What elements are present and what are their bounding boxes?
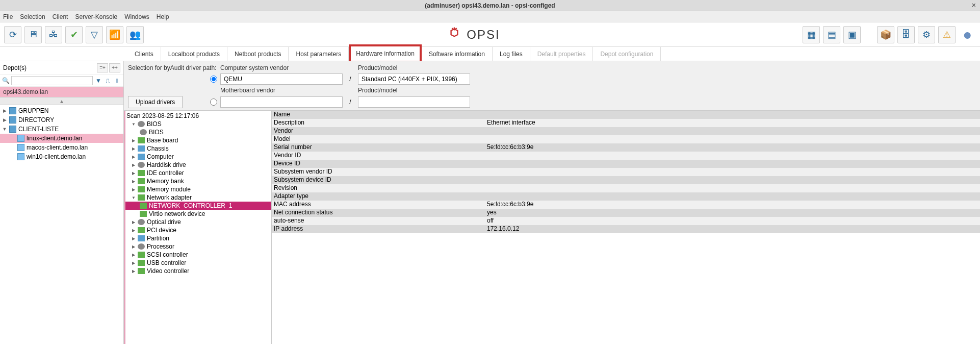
mb-model-input[interactable] <box>358 96 470 108</box>
tab-host-parameters[interactable]: Host parameters <box>289 47 349 61</box>
vendor-input[interactable] <box>220 73 343 85</box>
detail-row: auto-senseoff <box>272 217 980 225</box>
tab-log-files[interactable]: Log files <box>493 47 530 61</box>
hw-subitem[interactable]: NETWORK_CONTROLLER_1 <box>125 202 271 210</box>
hw-item[interactable]: ▶Base board <box>125 136 271 144</box>
detail-key: Revision <box>272 184 485 192</box>
menu-file[interactable]: File <box>3 13 13 20</box>
hw-item[interactable]: ▶USB controller <box>125 259 271 267</box>
tab-hardware-information[interactable]: Hardware information <box>349 44 422 63</box>
hw-item[interactable]: ▶Harddisk drive <box>125 161 271 169</box>
search-icon[interactable]: 🔍 <box>2 77 9 84</box>
close-icon[interactable]: × <box>972 1 976 9</box>
depot-item[interactable]: opsi43.demo.lan <box>0 87 123 97</box>
stack-button[interactable]: 🗄 <box>897 26 915 43</box>
menu-client[interactable]: Client <box>53 13 68 20</box>
hw-item[interactable]: ▶Optical drive <box>125 218 271 226</box>
mb-vendor-input[interactable] <box>220 96 343 108</box>
expand-icon[interactable]: ▶ <box>132 253 136 257</box>
tree-gruppen[interactable]: ▶ GRUPPEN <box>0 106 123 115</box>
expand-icon[interactable]: ▶ <box>132 163 136 167</box>
collapse-icon[interactable]: ▼ <box>132 195 136 200</box>
package-button[interactable]: 📦 <box>877 26 894 43</box>
hardware-body: Scan 2023-08-25 12:17:06▼BIOSBIOS▶Base b… <box>124 110 980 344</box>
slash-separator: / <box>346 99 355 106</box>
hw-item[interactable]: ▶IDE controller <box>125 169 271 177</box>
hw-item[interactable]: ▶Chassis <box>125 144 271 153</box>
hw-item[interactable]: ▼BIOS <box>125 120 271 128</box>
tree-separator[interactable]: ▴ <box>0 97 123 105</box>
detail-row: Net connection statusyes <box>272 209 980 217</box>
expand-icon[interactable]: ▶ <box>132 261 136 265</box>
expand-icon[interactable]: ▶ <box>132 187 136 192</box>
hw-item[interactable]: ▼Network adapter <box>125 193 271 202</box>
expand-icon[interactable]: ▶ <box>132 228 136 233</box>
detail-row: Subsystem device ID <box>272 176 980 184</box>
motherboard-radio[interactable] <box>210 99 217 106</box>
expand-icon[interactable]: ▶ <box>132 146 136 151</box>
grid-view-button[interactable]: ▦ <box>803 26 820 43</box>
tab-software-information[interactable]: Software information <box>422 47 493 61</box>
expand-icon[interactable]: ▶ <box>132 138 136 143</box>
package-icon: 📦 <box>880 29 891 40</box>
expand-icon[interactable]: ▶ <box>132 155 136 159</box>
gear-button[interactable]: ⚙ <box>918 26 935 43</box>
expand-icon[interactable]: ▶ <box>2 108 7 113</box>
funnel-icon[interactable]: ▼ <box>95 77 102 84</box>
hw-item[interactable]: ▶Memory bank <box>125 177 271 185</box>
collapse-icon[interactable]: ▼ <box>132 122 136 127</box>
warning-button[interactable]: ⚠ <box>938 26 956 43</box>
new-client-button[interactable]: 🖥 <box>24 26 42 43</box>
expand-icon[interactable]: ▶ <box>132 269 136 274</box>
expand-icon[interactable]: ▶ <box>132 236 136 241</box>
hw-item[interactable]: ▶Video controller <box>125 267 271 275</box>
client-item-linux[interactable]: linux-client.demo.lan <box>0 134 123 143</box>
expand-icon[interactable]: ▶ <box>2 117 7 122</box>
hw-item-label: Base board <box>147 137 178 144</box>
hw-item[interactable]: ▶Partition <box>125 234 271 242</box>
hw-subitem[interactable]: BIOS <box>125 128 271 136</box>
expand-icon[interactable]: ▶ <box>132 171 136 176</box>
users-button[interactable]: 👥 <box>126 26 144 43</box>
hw-item[interactable]: ▶PCI device <box>125 226 271 234</box>
upload-drivers-button[interactable]: Upload drivers <box>128 96 183 108</box>
hw-item[interactable]: ▶Computer <box>125 153 271 161</box>
model-input[interactable] <box>358 73 470 85</box>
menu-windows[interactable]: Windows <box>124 13 149 20</box>
client-item-win10[interactable]: win10-client.demo.lan <box>0 152 123 161</box>
detail-value <box>485 152 980 160</box>
tab-netboot[interactable]: Netboot products <box>227 47 289 61</box>
refresh-button[interactable]: ⟳ <box>4 26 21 43</box>
tab-clients[interactable]: Clients <box>127 47 161 61</box>
tree-directory[interactable]: ▶ DIRECTORY <box>0 115 123 125</box>
hw-item[interactable]: ▶Memory module <box>125 185 271 193</box>
chip-view-button[interactable]: ▣ <box>843 26 861 43</box>
filter-button[interactable]: ▽ <box>86 26 103 43</box>
hw-subitem[interactable]: Virtio network device <box>125 210 271 218</box>
split-view-button[interactable]: ▤ <box>823 26 840 43</box>
apply-button[interactable]: ✔ <box>65 26 83 43</box>
collapse-icon[interactable]: ▼ <box>2 127 7 132</box>
menu-help[interactable]: Help <box>157 13 169 20</box>
wifi-button[interactable]: 📶 <box>106 26 123 43</box>
tree-client-liste[interactable]: ▼ CLIENT-LISTE <box>0 125 123 134</box>
hw-item[interactable]: ▶SCSI controller <box>125 251 271 259</box>
vendor-radio[interactable] <box>210 76 217 83</box>
depots-eqplus-button[interactable]: =+ <box>97 63 108 72</box>
depots-plusplus-button[interactable]: ++ <box>109 63 120 72</box>
menu-server-konsole[interactable]: Server-Konsole <box>75 13 117 20</box>
tab-localboot[interactable]: Localboot products <box>161 47 227 61</box>
hw-item-label: Partition <box>147 235 169 242</box>
tree-label: CLIENT-LISTE <box>18 126 59 133</box>
copy-client-button[interactable]: 🖧 <box>45 26 62 43</box>
globe-button[interactable]: ● <box>959 26 976 43</box>
barcode-icon[interactable]: ⦀ <box>113 77 120 84</box>
client-item-macos[interactable]: macos-client.demo.lan <box>0 143 123 152</box>
menu-selection[interactable]: Selection <box>20 13 45 20</box>
hw-item[interactable]: ▶Processor <box>125 242 271 251</box>
expand-icon[interactable]: ▶ <box>132 179 136 184</box>
expand-icon[interactable]: ▶ <box>132 244 136 249</box>
columns-icon[interactable]: ⎍ <box>104 77 111 84</box>
expand-icon[interactable]: ▶ <box>132 220 136 225</box>
depot-search-input[interactable] <box>11 76 93 85</box>
